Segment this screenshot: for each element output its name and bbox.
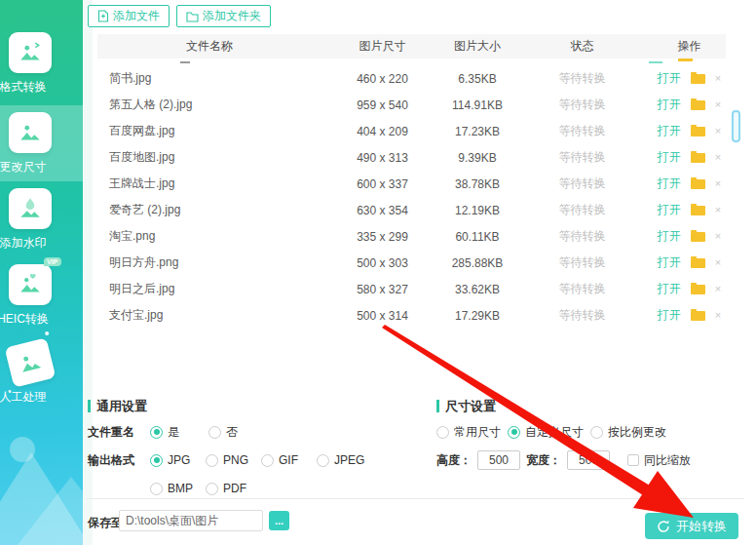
folder-icon[interactable] <box>691 258 705 268</box>
remove-file-icon[interactable]: × <box>715 284 721 294</box>
file-table-header: 文件名称 图片尺寸 图片大小 状态 操作 <box>97 34 726 58</box>
open-link[interactable]: 打开 <box>658 97 681 113</box>
open-link[interactable]: 打开 <box>658 281 681 297</box>
format-option-pdf[interactable]: PDF <box>206 482 261 495</box>
image-dims-cell: 460 x 220 <box>321 72 443 86</box>
open-link[interactable]: 打开 <box>658 254 681 271</box>
radio-icon[interactable] <box>436 426 449 439</box>
folder-icon[interactable] <box>691 179 705 189</box>
operations-cell: 打开 × <box>653 123 726 139</box>
open-link[interactable]: 打开 <box>658 175 681 192</box>
remove-file-icon[interactable]: × <box>715 310 721 321</box>
table-row: 王牌战士.jpg 600 x 337 38.78KB 等待转换 打开 × <box>97 171 726 197</box>
dimension-inputs-row: 高度： 宽度： 同比缩放 <box>436 451 738 469</box>
option-label: 按比例更改 <box>608 424 666 441</box>
rename-option-no[interactable]: 否 <box>208 424 267 441</box>
radio-icon[interactable] <box>508 426 520 439</box>
folder-icon[interactable] <box>691 206 705 215</box>
radio-icon[interactable] <box>206 483 218 495</box>
operations-cell: 打开 × <box>653 281 726 297</box>
radio-icon[interactable] <box>261 454 274 467</box>
folder-icon[interactable] <box>691 74 705 84</box>
file-plus-icon <box>97 10 109 22</box>
option-label: PDF <box>223 482 246 495</box>
image-glyph <box>15 347 46 378</box>
remove-file-icon[interactable]: × <box>715 73 721 84</box>
proportional-scale-checkbox[interactable] <box>627 454 639 466</box>
open-link[interactable]: 打开 <box>658 149 681 166</box>
sidebar-item-format-convert[interactable]: 格式转换 <box>0 25 83 101</box>
size-settings-section: 尺寸设置 常用尺寸 自定义尺寸 按比例更改 高度： 宽度： 同比缩放 <box>436 400 738 469</box>
radio-icon[interactable] <box>150 483 163 495</box>
mode-option-custom[interactable]: 自定义尺寸 <box>508 424 584 441</box>
scrollbar-thumb[interactable] <box>732 110 740 142</box>
add-file-button[interactable]: 添加文件 <box>88 5 170 27</box>
format-option-png[interactable]: PNG <box>206 453 261 467</box>
file-name-cell: 百度地图.jpg <box>97 149 321 166</box>
image-size-cell: 17.29KB <box>443 309 511 323</box>
folder-plus-icon <box>186 11 199 22</box>
image-dims-cell: 335 x 299 <box>321 230 443 244</box>
status-cell: 等待转换 <box>511 175 653 192</box>
open-link[interactable]: 打开 <box>658 307 681 324</box>
save-path-input[interactable] <box>119 510 263 531</box>
format-option-jpg[interactable]: JPG <box>150 453 206 467</box>
remove-file-icon[interactable]: × <box>715 231 721 242</box>
width-input[interactable] <box>567 450 610 470</box>
open-link[interactable]: 打开 <box>658 70 681 87</box>
sidebar-item-watermark[interactable]: 添加水印 <box>0 181 83 257</box>
table-row: 淘宝.png 335 x 299 60.11KB 等待转换 打开 × <box>97 223 726 250</box>
height-input[interactable] <box>477 450 520 470</box>
image-glyph <box>18 272 43 297</box>
file-table-body: 简书.jpg 460 x 220 6.35KB 等待转换 打开 × 第五人格 (… <box>97 58 726 329</box>
folder-icon[interactable] <box>691 285 705 294</box>
folder-icon[interactable] <box>691 232 705 242</box>
radio-icon[interactable] <box>206 454 218 467</box>
folder-icon[interactable] <box>691 127 705 136</box>
table-row: 明日之后.jpg 580 x 327 33.62KB 等待转换 打开 × <box>97 276 726 302</box>
rename-option-yes[interactable]: 是 <box>150 424 208 441</box>
browse-folder-button[interactable]: ... <box>269 511 289 530</box>
sidebar-item-manual-process[interactable]: 人工处理 <box>0 335 83 411</box>
format-option-gif[interactable]: GIF <box>261 453 317 467</box>
sidebar-item-resize[interactable]: 更改尺寸 <box>0 105 83 181</box>
option-label: JPEG <box>334 453 364 467</box>
mode-option-common[interactable]: 常用尺寸 <box>436 424 501 441</box>
status-cell: 等待转换 <box>511 307 653 324</box>
remove-file-icon[interactable]: × <box>715 178 721 189</box>
column-header-dims: 图片尺寸 <box>321 38 443 55</box>
remove-file-icon[interactable]: × <box>715 257 721 268</box>
image-glyph <box>18 120 43 145</box>
format-option-bmp[interactable]: BMP <box>150 482 206 495</box>
radio-icon[interactable] <box>317 454 329 467</box>
remove-file-icon[interactable]: × <box>715 99 721 110</box>
sidebar-item-heic-convert[interactable]: VIP HEIC转换 <box>0 257 83 333</box>
radio-icon[interactable] <box>208 426 221 439</box>
remove-file-icon[interactable]: × <box>715 152 721 163</box>
open-link[interactable]: 打开 <box>658 228 681 245</box>
radio-icon[interactable] <box>150 454 163 467</box>
add-folder-button[interactable]: 添加文件夹 <box>176 5 271 27</box>
option-label: BMP <box>168 482 193 495</box>
folder-icon[interactable] <box>691 153 705 163</box>
open-link[interactable]: 打开 <box>658 123 681 139</box>
folder-icon[interactable] <box>691 100 705 110</box>
size-mode-row: 常用尺寸 自定义尺寸 按比例更改 <box>436 423 738 441</box>
folder-icon[interactable] <box>691 311 705 321</box>
remove-file-icon[interactable]: × <box>715 126 721 136</box>
remove-file-icon[interactable]: × <box>715 205 721 215</box>
file-name-cell: 明日方舟.png <box>97 254 321 271</box>
table-row: 支付宝.jpg 500 x 314 17.29KB 等待转换 打开 × <box>97 302 726 329</box>
mode-option-proportional[interactable]: 按比例更改 <box>590 424 666 441</box>
radio-icon[interactable] <box>150 426 163 439</box>
manual-process-icon <box>4 337 56 387</box>
start-convert-button[interactable]: 开始转换 <box>645 513 738 539</box>
radio-icon[interactable] <box>590 426 603 439</box>
image-size-cell: 17.23KB <box>443 125 511 138</box>
add-file-label: 添加文件 <box>113 8 160 24</box>
table-row: 爱奇艺 (2).jpg 630 x 354 12.19KB 等待转换 打开 × <box>97 197 726 223</box>
format-option-jpeg[interactable]: JPEG <box>317 453 375 467</box>
open-link[interactable]: 打开 <box>658 202 681 218</box>
sidebar-item-label: 格式转换 <box>0 79 47 96</box>
option-label: 是 <box>168 424 179 441</box>
